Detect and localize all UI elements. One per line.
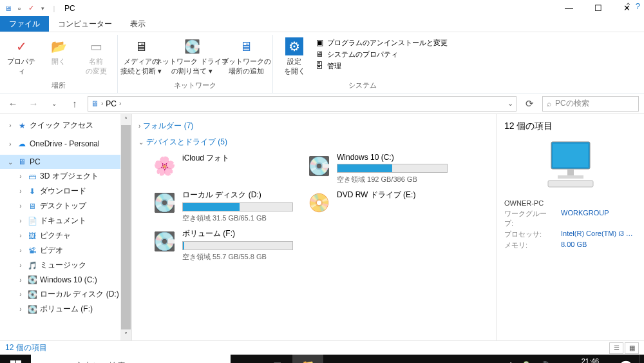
- drive-item[interactable]: 📀DVD RW ドライブ (E:): [306, 190, 448, 223]
- scroll-up-icon[interactable]: ˄: [120, 114, 131, 125]
- expand-icon[interactable]: ›: [17, 188, 24, 195]
- taskbar-search[interactable]: ⌕ ここに入力して検索: [31, 355, 231, 363]
- drive-item[interactable]: 💽ボリューム (F:)空き領域 55.7 GB/55.8 GB: [151, 228, 293, 262]
- tree-onedrive[interactable]: › ☁ OneDrive - Personal: [0, 137, 131, 151]
- drive-item[interactable]: 🌸iCloud フォト: [151, 153, 293, 184]
- tree-child[interactable]: ›🎵ミュージック: [0, 258, 131, 273]
- svg-rect-6: [16, 360, 21, 363]
- expand-icon[interactable]: ›: [6, 141, 14, 148]
- expand-icon[interactable]: ›: [17, 232, 24, 239]
- sysprops-button[interactable]: 🖥 システムのプロパティ: [314, 49, 448, 59]
- explorer-taskbar-button[interactable]: 📁: [292, 355, 323, 363]
- notifications-button[interactable]: 💬: [613, 355, 639, 363]
- address-row: ← → ⌄ ↑ 🖥 › PC › ⌄ ⟳ ⌕ PCの検索: [0, 93, 644, 114]
- rename-label: 名前 の変更: [86, 57, 107, 76]
- drive-icon: 💽: [151, 228, 177, 254]
- status-count: 12 個の項目: [5, 342, 47, 353]
- expand-icon[interactable]: ›: [17, 277, 24, 284]
- expand-icon[interactable]: ›: [17, 217, 24, 224]
- settings-button[interactable]: ⚙ 設定 を開く: [277, 35, 312, 76]
- tree-child[interactable]: ›💽Windows 10 (C:): [0, 273, 131, 287]
- expand-icon[interactable]: ›: [17, 173, 24, 180]
- tab-file[interactable]: ファイル: [0, 16, 49, 32]
- netloc-icon: 🖥: [237, 37, 255, 55]
- media-button[interactable]: 🖥 メディアの 接続と切断 ▾: [122, 35, 160, 76]
- up-button[interactable]: ↑: [67, 96, 82, 112]
- cortana-button[interactable]: ○: [231, 355, 261, 363]
- rename-icon: ▭: [87, 37, 105, 55]
- media-icon: 🖥: [132, 37, 150, 55]
- maximize-button[interactable]: ☐: [583, 0, 612, 16]
- programs-icon: ▣: [314, 37, 325, 48]
- tree-child[interactable]: ›⬇ダウンロード: [0, 184, 131, 199]
- tree-child[interactable]: ›🗃3D オブジェクト: [0, 169, 131, 184]
- expand-icon[interactable]: ›: [17, 291, 24, 298]
- open-label: 開く: [52, 57, 66, 66]
- breadcrumb-root[interactable]: PC: [106, 99, 117, 108]
- properties-button[interactable]: ✓ プロパティ: [4, 35, 39, 76]
- open-button[interactable]: 📂 開く: [41, 35, 76, 66]
- group-folders[interactable]: › フォルダー (7): [138, 118, 489, 134]
- address-bar[interactable]: 🖥 › PC › ⌄: [88, 96, 516, 112]
- tree-child[interactable]: ›📽ビデオ: [0, 243, 131, 258]
- history-dropdown[interactable]: ⌄: [46, 96, 62, 112]
- minimize-button[interactable]: —: [554, 0, 583, 16]
- expand-icon[interactable]: ›: [17, 306, 24, 313]
- view-details-button[interactable]: ☰: [609, 342, 623, 354]
- tree-child[interactable]: ›💽ローカル ディスク (D:): [0, 287, 131, 302]
- tree-pc[interactable]: ⌄ 🖥 PC: [0, 155, 131, 169]
- forward-button[interactable]: →: [26, 96, 41, 112]
- scroll-thumb[interactable]: [121, 125, 131, 329]
- chevron-down-icon: ⌄: [138, 139, 144, 146]
- address-dropdown-icon[interactable]: ⌄: [507, 99, 513, 108]
- netdrive-button[interactable]: 💽 ネットワーク ドライブ の割り当て ▾: [163, 35, 221, 76]
- tree-item-label: ダウンロード: [40, 186, 86, 197]
- tree-item-icon: 🖼: [27, 231, 37, 241]
- crumb-sep: ›: [101, 100, 103, 107]
- show-desktop-button[interactable]: [639, 355, 644, 363]
- netloc-button[interactable]: 🖥 ネットワークの 場所の追加: [223, 35, 269, 76]
- qa-properties-icon[interactable]: ✓: [26, 3, 36, 14]
- nav-scrollbar[interactable]: ˄ ˅: [120, 114, 131, 340]
- ribbon-collapse-icon[interactable]: ⌃: [625, 1, 632, 11]
- tab-computer[interactable]: コンピューター: [49, 16, 121, 32]
- drive-item[interactable]: 💽Windows 10 (C:)空き領域 192 GB/386 GB: [306, 153, 448, 184]
- collapse-icon[interactable]: ⌄: [6, 159, 14, 166]
- tree-item-icon: 💽: [27, 275, 37, 285]
- rename-button[interactable]: ▭ 名前 の変更: [79, 35, 113, 76]
- ime-indicator[interactable]: A: [557, 360, 564, 363]
- tree-child[interactable]: ›🖥デスクトップ: [0, 199, 131, 213]
- manage-button[interactable]: 🗄 管理: [314, 61, 448, 71]
- qa-new-folder-icon[interactable]: ▫: [14, 3, 24, 14]
- workgroup-value: WORKGROUP: [561, 209, 636, 228]
- clock-time: 21:46: [582, 357, 600, 363]
- expand-icon[interactable]: ›: [17, 262, 24, 269]
- search-box[interactable]: ⌕ PCの検索: [542, 96, 639, 112]
- expand-icon[interactable]: ›: [17, 247, 24, 254]
- help-icon[interactable]: ?: [636, 1, 640, 11]
- drive-item[interactable]: 💽ローカル ディスク (D:)空き領域 31.5 GB/65.1 GB: [151, 190, 293, 223]
- refresh-button[interactable]: ⟳: [522, 96, 537, 112]
- tree-item-label: ミュージック: [40, 260, 86, 271]
- scroll-down-icon[interactable]: ˅: [120, 329, 131, 340]
- view-tiles-button[interactable]: ▦: [625, 342, 639, 354]
- tree-child[interactable]: ›💽ボリューム (F:): [0, 302, 131, 317]
- tree-quick-access[interactable]: › ★ クイック アクセス: [0, 118, 131, 133]
- tree-child[interactable]: ›🖼ピクチャ: [0, 228, 131, 243]
- programs-button[interactable]: ▣ プログラムのアンインストールと変更: [314, 37, 448, 48]
- back-button[interactable]: ←: [5, 96, 21, 112]
- group-devices[interactable]: ⌄ デバイスとドライブ (5): [138, 134, 489, 150]
- expand-icon[interactable]: ›: [17, 202, 24, 210]
- tab-view[interactable]: 表示: [121, 16, 155, 32]
- drive-icon: 💽: [151, 190, 177, 215]
- tree-child[interactable]: ›📄ドキュメント: [0, 213, 131, 228]
- taskview-button[interactable]: ⊞: [261, 355, 292, 363]
- svg-rect-3: [558, 175, 583, 179]
- expand-icon[interactable]: ›: [6, 122, 14, 129]
- start-button[interactable]: [0, 355, 31, 363]
- qa-down-icon[interactable]: ▾: [37, 3, 48, 14]
- drive-icon: 💽: [306, 153, 332, 179]
- sysprops-label: システムのプロパティ: [327, 50, 398, 59]
- taskbar-clock[interactable]: 21:46 2021/12/23: [567, 355, 613, 363]
- tree-item-icon: 🗃: [27, 172, 37, 182]
